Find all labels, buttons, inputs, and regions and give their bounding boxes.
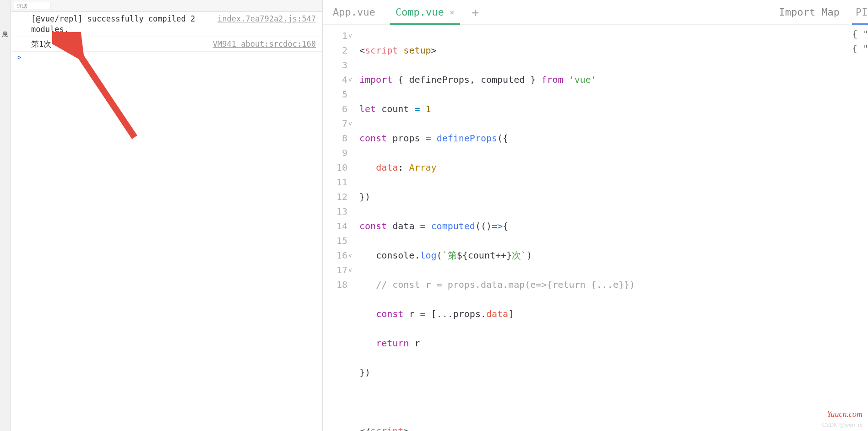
console-log-list: [@vue/repl] successfully compiled 2 modu… [11,12,322,431]
tab-label: Comp.vue [396,6,444,18]
console-log-row[interactable]: 第1次 VM941 about:srcdoc:160 [11,37,322,52]
console-panel: [@vue/repl] successfully compiled 2 modu… [11,0,322,431]
fold-marker-icon[interactable]: v [348,28,357,43]
tab-label: App.vue [333,6,375,18]
fold-marker-icon[interactable]: v [348,72,357,87]
log-message: [@vue/repl] successfully compiled 2 modu… [31,14,217,35]
console-log-row[interactable]: [@vue/repl] successfully compiled 2 modu… [11,12,322,37]
code-content[interactable]: <script setup> import { defineProps, com… [357,25,849,431]
right-preview-pane: PI { " { " [849,0,868,431]
devtools-sidebar: 息 [0,0,11,431]
close-icon[interactable]: × [450,7,455,17]
add-tab-button[interactable]: + [465,5,487,19]
tab-comp-vue[interactable]: Comp.vue × [385,0,465,24]
fold-marker-icon[interactable]: v [348,116,357,131]
fold-marker-icon[interactable]: v [348,263,357,277]
tab-app-vue[interactable]: App.vue [323,0,385,24]
code-area[interactable]: 123 456 789 101112 131415 161718 v v v v… [323,25,849,431]
console-toolbar [11,0,322,12]
fold-marker-icon[interactable]: v [348,248,357,263]
log-message: 第1次 [31,39,213,49]
console-prompt[interactable]: > [11,52,322,63]
editor-tabs: App.vue Comp.vue × + Import Map [323,0,849,25]
watermark: Yuucn.com [827,409,863,419]
right-line: { " [852,43,868,58]
chevron-right-icon: > [17,54,21,61]
log-source-link[interactable]: VM941 about:srcdoc:160 [213,39,316,49]
fold-gutter: v v v v v [348,25,357,431]
log-source-link[interactable]: index.7ea792a2.js:547 [217,14,316,35]
console-filter-input[interactable] [14,2,50,10]
right-tab[interactable]: PI [852,0,868,25]
right-line: { " [852,28,868,43]
line-number-gutter: 123 456 789 101112 131415 161718 [323,25,348,431]
sidebar-label: 息 [2,30,8,38]
import-map-button[interactable]: Import Map [770,6,849,18]
watermark: CSDN @wen_rc [822,422,863,428]
code-editor-panel: App.vue Comp.vue × + Import Map 123 456 … [322,0,849,431]
